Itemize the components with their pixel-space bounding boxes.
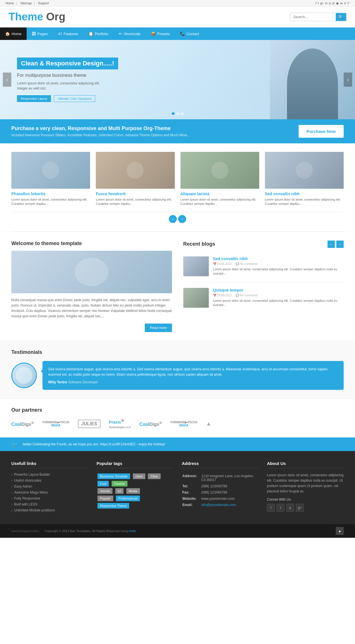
address-value-1: 1110 evegreen Lane, Los Angeles, CA 9001… (201, 473, 258, 483)
hero-dot-1[interactable] (172, 112, 175, 115)
partner-5: CoolDigs® (139, 421, 162, 427)
twitter-bar: 🐦 twitter Celebrating the Fourth, as we … (0, 437, 355, 451)
social-gplus-icon[interactable]: g+ (296, 504, 304, 512)
partner-2: FORWARD▶FOCUSMEDIA (42, 421, 69, 427)
nav-home-label: Home (12, 32, 22, 36)
fb-icon[interactable]: f (316, 1, 316, 5)
tag-flaxible[interactable]: Flaxible (112, 481, 127, 486)
useful-links-heading: Usefull links (11, 461, 88, 468)
nav-features[interactable]: 🏷 Features (53, 27, 83, 40)
blog-item-1: Sed convallis nibh 📅 25-05-2013 💬 No com… (183, 256, 344, 282)
address-label-2: Tel: (182, 483, 201, 489)
social-icons: f t p g+ (267, 504, 344, 512)
author-name: Willy Tentre (48, 380, 67, 384)
blog-thumb-2 (183, 288, 209, 308)
hero-btn-responsive[interactable]: Responsive Layout (17, 95, 51, 102)
useful-link-7: Unlimited Module positions (11, 508, 88, 512)
address-email-link[interactable]: info@yousdomain.com (201, 503, 236, 507)
partner-4: Praxis⚙Technologies LLC (109, 419, 131, 429)
gplus-icon[interactable]: g+ (320, 1, 324, 5)
v-icon[interactable]: ▽ (347, 1, 349, 5)
topbar: Home Sitemap Support f t g+ in p yt ◉ w … (0, 0, 355, 7)
banner-text: Purchase a very clean, Responsive and Mu… (11, 126, 190, 137)
portfolio-prev-button[interactable]: ‹ (169, 215, 177, 223)
blog-excerpt-2: Lorem ipsum dolor sit amet, consectetur … (213, 299, 344, 307)
pin-icon[interactable]: p (329, 1, 331, 5)
blog-meta-1: 📅 25-05-2013 💬 No comments (213, 262, 344, 265)
nav-shortcode[interactable]: ✏ Shortcode (114, 27, 146, 40)
tag-media[interactable]: Media (126, 488, 140, 494)
search-button[interactable]: 🔍 (336, 13, 346, 21)
logo-org: Org (43, 11, 65, 23)
blog-prev-button[interactable]: ← (328, 241, 335, 248)
hero-section: ‹ Clean & Responsive Design.....! For mu… (0, 40, 355, 119)
partners-heading: Our partners (11, 407, 344, 413)
read-more-button[interactable]: Read more (145, 324, 172, 332)
search-input[interactable] (290, 13, 336, 21)
header: Theme Org 🔍 (0, 7, 355, 27)
in-icon[interactable]: in (325, 1, 328, 5)
hero-next-button[interactable]: › (344, 73, 352, 87)
avatar-image (16, 367, 33, 384)
yt-icon[interactable]: yt (332, 1, 335, 5)
portfolio-title-1: Phasellus lobortis (11, 192, 90, 196)
scroll-top-button[interactable]: ▲ (336, 527, 344, 535)
tag-joomla[interactable]: Joomla (97, 488, 112, 494)
hero-btn-colors[interactable]: Ultimate Color Variations (54, 95, 95, 102)
portfolio-item-1: Phasellus lobortis Lorem ipsum dolor sit… (11, 152, 90, 206)
hero-subtitle: For multipurpose bussiness theme (17, 73, 118, 78)
nav-pages[interactable]: 🖼 Pages (27, 27, 53, 40)
hero-prev-button[interactable]: ‹ (3, 73, 11, 87)
social-twitter-icon[interactable]: t (277, 504, 284, 512)
topbar-sitemap-link[interactable]: Sitemap (20, 1, 35, 5)
search-form: 🔍 (290, 13, 347, 21)
blog-content-1: Sed convallis nibh 📅 25-05-2013 💬 No com… (213, 256, 344, 276)
portfolio-next-button[interactable]: › (178, 215, 186, 223)
topbar-home-link[interactable]: Home (6, 1, 17, 5)
blog-title-2: Quisque tempor (213, 288, 344, 292)
hero-dots (172, 112, 184, 115)
address-row-2: Tel: (088) 123456789 (182, 483, 258, 489)
partner-1: CoolDigs® (11, 421, 34, 427)
tag-popular[interactable]: Popular (97, 496, 113, 501)
footer-popular-tags: Popular tags Bussiness Template clean Cl… (97, 461, 173, 514)
tag-k2[interactable]: k2 (115, 488, 124, 494)
portfolio-icon: 📋 (88, 31, 93, 36)
nav-portfolio[interactable]: 📋 Portfolio (83, 27, 114, 40)
portfolio-thumb-3 (180, 152, 259, 189)
tw-icon[interactable]: t (318, 1, 319, 5)
tag-responsive-theme[interactable]: Responsive Theme (97, 503, 129, 509)
nav-features-label: Features (64, 32, 78, 36)
tag-professional[interactable]: Profeessional (116, 496, 140, 501)
address-table: Address: 1110 evegreen Lane, Los Angeles… (182, 473, 259, 508)
portfolio-text-3: Lorem ipsum dolor sit amet, consectetur … (180, 197, 259, 206)
features-icon: 🏷 (58, 31, 62, 36)
twitter-icon: 🐦 (11, 441, 18, 448)
hero-dot-3[interactable] (181, 112, 184, 115)
purchase-button[interactable]: Purchase Now (299, 125, 344, 138)
tag-cool[interactable]: Cool (97, 481, 109, 486)
hero-dot-2[interactable] (176, 112, 179, 115)
tag-clear[interactable]: Clear (148, 473, 160, 479)
tag-bussiness-template[interactable]: Bussiness Template (97, 473, 130, 479)
social-facebook-icon[interactable]: f (267, 504, 275, 512)
rss-icon[interactable]: ◉ (336, 1, 339, 5)
nav-home[interactable]: 🏠 Home (0, 27, 27, 40)
footer-grid: Usefull links Powerful Layout Builder Us… (11, 461, 344, 514)
testimonial-bubble: Sed viverra elementum augue, quis viverr… (42, 361, 344, 390)
blog-title-1: Sed convallis nibh (213, 256, 344, 261)
testimonial-avatar (11, 363, 37, 388)
address-value-4: www.yourdomain.com (201, 496, 258, 501)
social-pinterest-icon[interactable]: p (286, 504, 294, 512)
footer-address: Address Address: 1110 evegreen Lane, Los… (182, 461, 259, 514)
tag-clean[interactable]: clean (133, 473, 145, 479)
d-icon[interactable]: d (344, 1, 346, 5)
useful-link-6: Built with LESS (11, 502, 88, 506)
topbar-support-link[interactable]: Support (38, 1, 49, 5)
helix-link[interactable]: Helix (129, 529, 136, 533)
nav-contact[interactable]: 📞 Contact (175, 27, 204, 40)
w-icon[interactable]: w (340, 1, 343, 5)
nav-presets[interactable]: 📦 Presets (146, 27, 175, 40)
portfolio-title-4: Sed convallis nibh (265, 192, 344, 196)
blog-next-button[interactable]: → (336, 241, 344, 248)
